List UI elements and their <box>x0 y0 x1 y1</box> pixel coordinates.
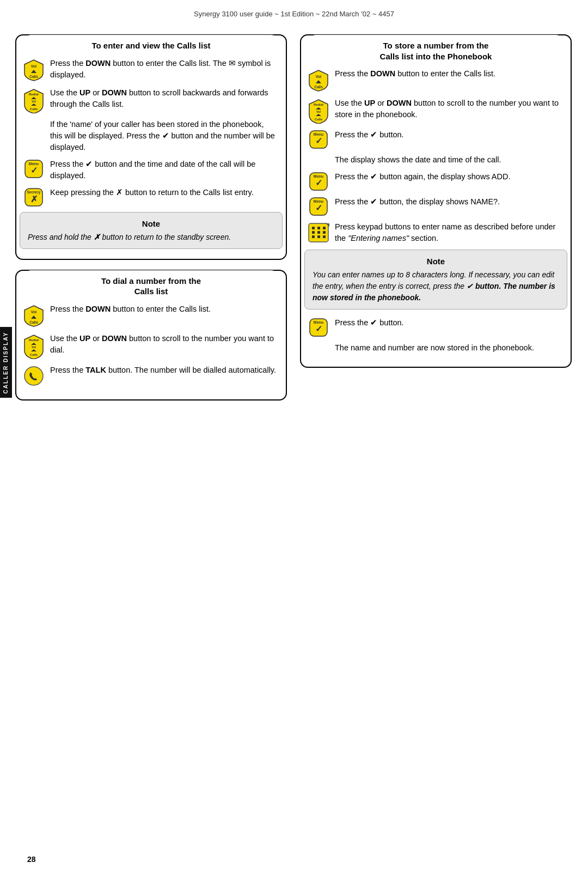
svg-text:Vol: Vol <box>31 310 36 314</box>
svg-text:Redial: Redial <box>29 338 39 342</box>
svg-text:Calls: Calls <box>30 107 38 111</box>
svg-text:Redial: Redial <box>29 93 39 96</box>
instruction-row: Menu ✓ Press the ✔ button and the time a… <box>22 159 277 181</box>
menu-check-icon-wrap: Menu ✓ <box>307 196 330 216</box>
menu-check-icon-wrap: Menu ✓ <box>307 317 330 337</box>
page-number: 28 <box>27 855 36 864</box>
redial-vol-calls-icon-wrap: Redial Vol Calls <box>307 98 330 124</box>
svg-text:Vol: Vol <box>316 75 321 78</box>
instruction-row: Press keypad buttons to enter name as de… <box>307 221 562 244</box>
instruction-row: The display shows the date and time of t… <box>307 154 562 166</box>
svg-text:Vol: Vol <box>32 345 36 349</box>
side-tab-label: CALLER DISPLAY <box>3 331 9 393</box>
menu-check-icon-wrap: Menu ✓ <box>307 171 330 191</box>
instruction-text: The name and number are now stored in th… <box>335 342 562 354</box>
instruction-row: Menu ✓ Press the ✔ button. <box>307 317 562 337</box>
menu-check-icon: Menu ✓ <box>309 172 328 191</box>
instruction-text: Press the DOWN button to enter the Calls… <box>335 68 562 80</box>
header-title: Synergy 3100 user guide ~ 1st Edition ~ … <box>194 10 394 18</box>
secrecy-x-icon-wrap: Secrecy ✗ <box>22 187 46 207</box>
vol-calls-icon-wrap: Vol Calls <box>22 58 46 82</box>
note-body: Press and hold the ✗ button to return to… <box>28 232 274 243</box>
svg-text:✓: ✓ <box>315 136 322 145</box>
svg-text:Redial: Redial <box>314 103 323 106</box>
menu-check-icon: Menu ✓ <box>24 160 43 178</box>
svg-text:Menu: Menu <box>314 320 323 324</box>
instruction-text: Press the ✔ button, the display shows NA… <box>335 196 562 208</box>
svg-rect-43 <box>323 227 326 229</box>
keypad-icon <box>308 222 329 243</box>
svg-rect-46 <box>323 231 326 234</box>
svg-text:Menu: Menu <box>314 174 323 178</box>
talk-icon-wrap <box>22 365 46 386</box>
instruction-row: Vol Calls Press the DOWN button to enter… <box>22 304 277 327</box>
svg-text:✓: ✓ <box>315 324 322 333</box>
svg-rect-41 <box>312 227 315 229</box>
vol-calls-icon-wrap: Vol Calls <box>22 304 46 327</box>
left-column: To enter and view the Calls list Vol Cal… <box>15 34 287 410</box>
instruction-row: Menu ✓ Press the ✔ button again, the dis… <box>307 171 562 191</box>
note-title: Note <box>313 257 559 266</box>
instruction-row: Redial Vol Calls Use the UP or DOWN butt… <box>22 333 277 359</box>
instruction-text: Press the DOWN button to enter the Calls… <box>50 304 277 315</box>
instruction-row: Vol Calls Press the DOWN button to enter… <box>22 58 277 82</box>
instruction-text: The display shows the date and time of t… <box>335 154 562 166</box>
note-title: Note <box>28 219 274 228</box>
instruction-row: Menu ✓ Press the ✔ button. <box>307 129 562 149</box>
svg-point-22 <box>24 367 43 385</box>
right-column: To store a number from theCalls list int… <box>300 34 572 410</box>
svg-text:Calls: Calls <box>314 85 323 89</box>
keypad-icon-wrap <box>307 221 330 243</box>
svg-text:✓: ✓ <box>315 178 322 187</box>
menu-check-icon-wrap: Menu ✓ <box>22 159 46 178</box>
icon-placeholder <box>307 154 330 155</box>
icon-placeholder <box>22 119 46 120</box>
redial-vol-calls-icon: Redial Vol Calls <box>308 99 329 124</box>
svg-text:Menu: Menu <box>29 162 39 166</box>
svg-text:Secrecy: Secrecy <box>27 190 41 195</box>
redial-vol-calls-icon: Redial Vol Calls <box>23 88 44 113</box>
svg-rect-42 <box>317 227 320 229</box>
instruction-row: If the 'name' of your caller has been st… <box>22 119 277 153</box>
page-header: Synergy 3100 user guide ~ 1st Edition ~ … <box>0 0 588 23</box>
note-box: Note Press and hold the ✗ button to retu… <box>20 212 283 249</box>
redial-vol-calls-icon-wrap: Redial Vol Calls <box>22 87 46 113</box>
icon-placeholder <box>307 342 330 343</box>
instruction-text: Press the ✔ button and the time and date… <box>50 159 277 181</box>
two-column-layout: To enter and view the Calls list Vol Cal… <box>15 34 572 410</box>
store-calls-list-section: To store a number from theCalls list int… <box>300 34 572 368</box>
svg-rect-49 <box>323 235 326 238</box>
instruction-row: Vol Calls Press the DOWN button to enter… <box>307 68 562 92</box>
dial-calls-list-title: To dial a number from theCalls list <box>25 270 277 301</box>
svg-text:Calls: Calls <box>29 320 38 324</box>
vol-calls-icon: Vol Calls <box>308 69 329 92</box>
svg-text:Menu: Menu <box>314 132 323 136</box>
vol-calls-icon: Vol Calls <box>23 305 44 327</box>
instruction-row: Redial Vol Calls Use the UP or DOWN butt… <box>22 87 277 113</box>
vol-calls-icon-wrap: Vol Calls <box>307 68 330 92</box>
secrecy-x-icon: Secrecy ✗ <box>24 188 43 207</box>
instruction-row: Secrecy ✗ Keep pressing the ✗ button to … <box>22 187 277 207</box>
menu-check-icon-wrap: Menu ✓ <box>307 129 330 149</box>
redial-vol-calls-icon-wrap: Redial Vol Calls <box>22 333 46 359</box>
instruction-text: Press the ✔ button. <box>335 129 562 141</box>
instruction-text: Press the ✔ button again, the display sh… <box>335 171 562 183</box>
svg-text:Vol: Vol <box>32 100 36 103</box>
instruction-text: Use the UP or DOWN button to scroll to t… <box>50 333 277 356</box>
instruction-text: Press the DOWN button to enter the Calls… <box>50 58 277 81</box>
svg-text:Vol: Vol <box>316 110 321 113</box>
svg-text:Menu: Menu <box>314 199 323 203</box>
instruction-row: Menu ✓ Press the ✔ button, the display s… <box>307 196 562 216</box>
svg-text:✗: ✗ <box>30 195 38 204</box>
menu-check-icon: Menu ✓ <box>309 130 328 149</box>
redial-vol-calls-icon: Redial Vol Calls <box>23 334 44 359</box>
instruction-text: Keep pressing the ✗ button to return to … <box>50 187 277 198</box>
svg-text:Calls: Calls <box>30 353 38 356</box>
svg-rect-44 <box>312 231 315 234</box>
instruction-text: Press keypad buttons to enter name as de… <box>335 221 562 244</box>
main-content: To enter and view the Calls list Vol Cal… <box>15 23 572 410</box>
svg-text:✓: ✓ <box>315 203 322 213</box>
enter-calls-list-section: To enter and view the Calls list Vol Cal… <box>15 34 287 260</box>
instruction-text: Use the UP or DOWN button to scroll to t… <box>335 98 562 120</box>
store-calls-list-body: Vol Calls Press the DOWN button to enter… <box>301 66 571 244</box>
